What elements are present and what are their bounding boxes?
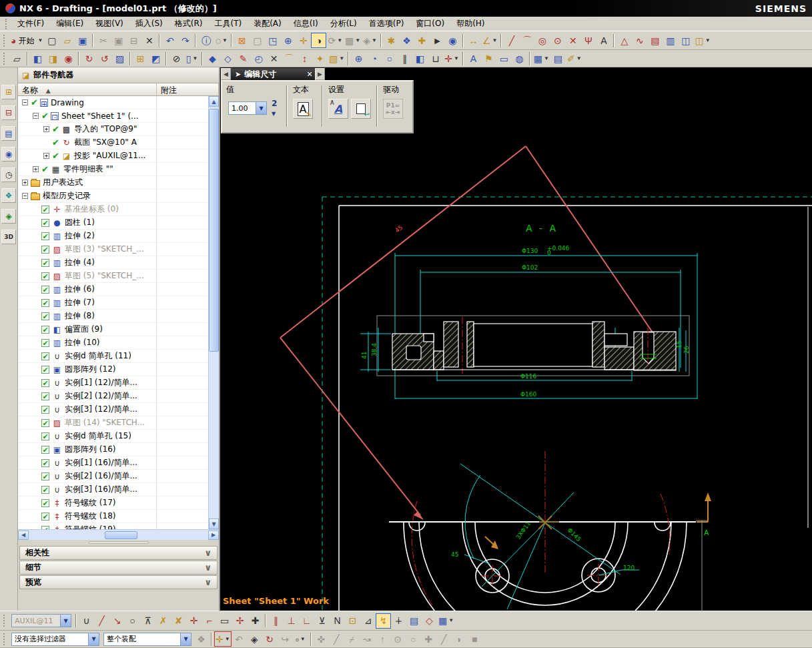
tree-item[interactable]: +✔◪投影 "AUXIL@11... <box>18 149 208 163</box>
expand-icon[interactable]: + <box>43 153 49 159</box>
point-set-button[interactable]: ✕ <box>565 33 580 48</box>
green-check-icon[interactable]: ✔ <box>31 97 38 107</box>
snap-corner-button[interactable]: ⌐ <box>201 613 217 629</box>
green-check-icon[interactable]: ✔ <box>52 151 59 161</box>
selection-scope-combo-arrow-icon[interactable]: ▼ <box>180 633 191 645</box>
view-boundary-button[interactable]: ⊘ <box>169 51 184 66</box>
checkbox-checked-icon[interactable]: ✔ <box>41 352 49 360</box>
snap-midpoint-button[interactable]: ↘ <box>109 613 125 629</box>
green-check-icon[interactable]: ✔ <box>52 124 59 134</box>
snap-quadrant-button[interactable]: ✗ <box>155 613 171 629</box>
dim-perpendicular-button[interactable]: ⊥ <box>284 613 299 629</box>
tree-horizontal-scrollbar[interactable]: ◀ ▶ <box>18 529 219 540</box>
spline-button[interactable]: Ψ <box>580 33 596 48</box>
checkbox-checked-icon[interactable]: ✔ <box>41 259 49 267</box>
panel-splitter[interactable] <box>18 540 219 545</box>
select-face-button[interactable]: ❖ <box>399 33 414 48</box>
checkbox-checked-icon[interactable]: ✔ <box>41 406 49 414</box>
circle-center-button[interactable]: ◎ <box>534 33 550 48</box>
checkbox-checked-icon[interactable]: ✔ <box>41 219 49 227</box>
chevron-down-icon[interactable]: ▼ <box>225 637 230 642</box>
hd3d-tab[interactable]: 3D <box>1 230 16 244</box>
menu-6[interactable]: 装配(A) <box>248 17 288 31</box>
profile-button[interactable]: △ <box>617 33 632 48</box>
close-icon[interactable]: ✕ <box>304 68 315 80</box>
curve-trim-button[interactable]: ⌒ <box>282 51 297 66</box>
edit-view-button[interactable]: ▯▼ <box>184 51 199 66</box>
tree-item[interactable]: ✔▥拉伸 (2) <box>18 230 208 243</box>
checkbox-checked-icon[interactable]: ✔ <box>41 379 49 387</box>
snap-point-on-face-button[interactable]: ✢ <box>232 613 248 629</box>
chevron-down-icon[interactable]: ▼ <box>37 38 43 43</box>
column-note[interactable]: 附注 <box>157 83 219 95</box>
checkbox-checked-icon[interactable]: ✔ <box>41 339 49 347</box>
snap-existing-point-button[interactable]: ✘ <box>171 613 186 629</box>
flip-direction-button[interactable]: ↩ <box>351 99 371 119</box>
view-in-work-combo-arrow-icon[interactable]: ▼ <box>60 615 71 627</box>
fit-view-button[interactable]: ⊠ <box>234 33 250 48</box>
select-body-button[interactable]: ✚ <box>414 33 430 48</box>
selection-scope-combo[interactable]: 整个装配▼ <box>103 633 191 646</box>
checkbox-checked-icon[interactable]: ✔ <box>41 286 49 294</box>
expand-icon[interactable]: + <box>22 180 28 186</box>
checkbox-checked-icon[interactable]: ✔ <box>41 246 49 254</box>
scroll-right-icon[interactable]: ▶ <box>208 531 219 540</box>
tree-item[interactable]: ✔‡符号螺纹 (17) <box>18 497 208 510</box>
scroll-up-icon[interactable]: ▲ <box>209 96 219 107</box>
snap-enable-button[interactable]: ↯ <box>376 613 391 629</box>
checkbox-checked-icon[interactable]: ✔ <box>41 206 49 214</box>
tree-item[interactable]: ✔▨草图 (14) "SKETCH... <box>18 416 208 430</box>
offset-center-point-button[interactable]: ⊔ <box>428 51 443 66</box>
studio-spline-button[interactable]: ∿ <box>632 33 647 48</box>
zoom-in-button[interactable]: ⊕ <box>280 33 296 48</box>
chevron-down-icon[interactable]: ▼ <box>337 38 342 43</box>
checkbox-checked-icon[interactable]: ✔ <box>41 312 49 320</box>
chevron-down-icon[interactable]: ▼ <box>454 56 459 61</box>
chevron-down-icon[interactable]: ▼ <box>705 38 711 43</box>
tree-item[interactable]: ✔▥拉伸 (10) <box>18 336 208 350</box>
new-sheet-button[interactable]: ▱ <box>9 51 25 66</box>
snap-circle-button[interactable]: ○ <box>125 613 140 629</box>
target-point-button[interactable]: ✛▼ <box>443 51 460 66</box>
menu-4[interactable]: 格式(R) <box>169 17 209 31</box>
green-check-icon[interactable]: ✔ <box>41 164 49 174</box>
centerline-2d-button[interactable]: ◧ <box>412 51 428 66</box>
chevron-down-icon[interactable]: ▼ <box>222 38 228 43</box>
tree-item[interactable]: −✔⊡Sheet "Sheet 1" (... <box>18 109 208 123</box>
menu-3[interactable]: 插入(S) <box>129 17 169 31</box>
annotation-editor-button[interactable]: ▤ <box>406 613 422 629</box>
constraint-navigator-tab[interactable]: ⊟ <box>1 105 16 120</box>
tree-item[interactable]: ✔▨草图 (3) "SKETCH_... <box>18 243 208 256</box>
panel-0[interactable]: 相关性∨ <box>19 546 218 560</box>
break-view-button[interactable]: ▨ <box>112 51 127 66</box>
toolbar-grip[interactable] <box>3 35 7 47</box>
delete-button[interactable]: ✕ <box>141 33 157 48</box>
section-view-button[interactable]: ↻ <box>81 51 97 66</box>
tree-item[interactable]: ✔✛基准坐标系 (0) <box>18 203 208 216</box>
checkbox-checked-icon[interactable]: ✔ <box>41 232 49 240</box>
chevron-down-icon[interactable]: ∨ <box>204 577 212 587</box>
stamp-open-button[interactable]: ◇ <box>220 51 236 66</box>
graphics-window[interactable]: 45 A - A Φ130 +0.046 0 Φ102 Φ116 Φ160 41… <box>220 67 812 611</box>
rectangle-select-button[interactable]: ▫▼ <box>293 631 308 647</box>
checkbox-checked-icon[interactable]: ✔ <box>41 446 49 454</box>
tree-item[interactable]: +✔▩导入的 "TOP@9" <box>18 123 208 136</box>
chevron-down-icon[interactable]: ▼ <box>576 56 582 61</box>
tree-item[interactable]: ✔∪实例[1] (16)/简单... <box>18 456 208 470</box>
note-page-button[interactable]: ▥ <box>663 33 678 48</box>
tab-scroll-right-icon[interactable]: ▶ <box>315 68 325 80</box>
menu-grip[interactable] <box>5 19 9 29</box>
magnify-button[interactable]: ◴ <box>251 51 266 66</box>
open-file-button[interactable]: ▱ <box>59 33 75 48</box>
detail-view-button[interactable]: ◉ <box>61 51 76 66</box>
chevron-down-icon[interactable]: ▼ <box>192 56 197 61</box>
menu-8[interactable]: 分析(L) <box>324 17 363 31</box>
stamp-button[interactable]: ◆ <box>205 51 220 66</box>
bolt-circle-centerline-button[interactable]: ◔ <box>366 51 382 66</box>
sheet-body-button[interactable]: ▤ <box>647 33 663 48</box>
checkbox-checked-icon[interactable]: ✔ <box>41 513 49 521</box>
chevron-down-icon[interactable]: ▼ <box>300 637 306 642</box>
dim-chamfer-button[interactable]: ⊻ <box>314 613 330 629</box>
tree-item[interactable]: ✔▥拉伸 (4) <box>18 256 208 270</box>
checkbox-checked-icon[interactable]: ✔ <box>41 526 49 530</box>
